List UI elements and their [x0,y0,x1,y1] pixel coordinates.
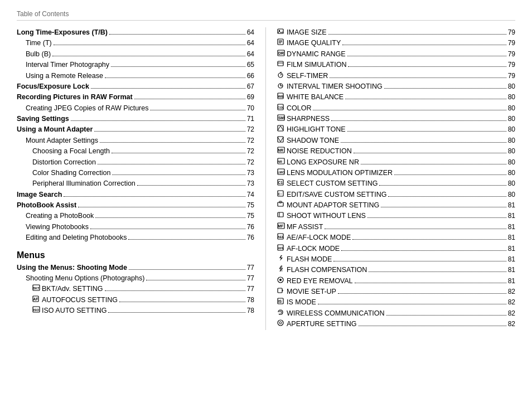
toc-entry-8: Saving Settings71 [17,114,254,124]
entry-text-25: ISO AUTO SETTING [42,306,107,316]
toc-entry-20: AFLAF-LOCK MODE81 [277,244,515,254]
toc-entry-7: COLCOLOR80 [277,103,515,114]
entry-dots-5 [91,88,245,89]
entry-text-5: Focus/Exposure Lock [17,81,89,92]
entry-dots-2 [52,56,245,56]
entry-icon-mv [277,287,285,297]
entry-dots-2 [347,56,506,56]
entry-page-13: 73 [247,168,254,178]
toc-entry-3: FILM SIMULATION79 [277,60,515,70]
toc-entry-6: Recording Pictures in RAW Format69 [17,92,254,103]
toc-entry-10: Mount Adapter Settings72 [17,135,254,146]
entry-dots-15 [388,196,506,197]
svg-text:AF: AF [33,297,38,301]
toc-entry-26: WIRELESS COMMUNICATION82 [277,308,515,319]
entry-dots-16 [78,207,245,207]
toc-entry-18: Viewing Photobooks76 [17,222,254,232]
entry-dots-27 [359,326,506,326]
svg-text:SMP: SMP [278,116,285,120]
entry-icon-wc [277,309,285,318]
entry-text-1: Time (T) [26,38,52,49]
entry-icon-af: AF [32,295,40,305]
entry-text-0: IMAGE SIZE [287,27,327,38]
entry-page-9: 72 [247,124,254,135]
entry-text-9: HIGHLIGHT TONE [287,124,346,135]
entry-page-4: 66 [247,71,254,81]
entry-dots-17 [95,217,245,218]
entry-page-11: 72 [247,146,254,157]
svg-marker-51 [279,255,283,261]
entry-page-22: 81 [508,265,515,275]
entry-dots-5 [384,88,506,89]
entry-page-2: 79 [508,49,515,60]
svg-text:BKT: BKT [33,287,40,290]
entry-page-26: 82 [508,308,515,319]
entry-page-11: 80 [508,146,515,157]
entry-dots-23 [355,283,506,283]
entry-dots-12 [98,164,245,164]
toc-entry-6: WBWHITE BALANCE80 [277,92,515,103]
entry-page-0: 79 [508,27,515,38]
entry-text-22: FLASH COMPENSATION [287,265,367,275]
svg-text:DR: DR [278,51,284,55]
svg-text:C↑: C↑ [278,192,282,196]
entry-dots-0 [328,34,506,35]
entry-icon-bkt: BKT [32,284,40,294]
entry-page-12: 72 [247,157,254,168]
entry-text-13: Color Shading Correction [32,168,110,178]
entry-dots-7 [313,110,506,110]
entry-page-4: 79 [508,71,515,81]
toc-entry-3: Interval Timer Photography65 [17,60,254,70]
entry-text-4: SELF-TIMER [287,71,328,81]
entry-dots-7 [150,110,245,110]
entry-icon-iso: ISO [32,306,40,316]
entry-page-6: 69 [247,92,254,103]
entry-dots-6 [345,99,506,99]
entry-page-3: 79 [508,60,515,70]
entry-page-27: 82 [508,319,515,329]
toc-entry-2: Bulb (B)64 [17,49,254,60]
entry-icon-it [277,82,285,91]
svg-marker-57 [282,289,283,292]
entry-dots-4 [105,77,245,78]
entry-icon-fs [277,60,285,70]
entry-icon-q [277,38,285,48]
entry-icon-ae: AEL [277,233,285,243]
toc-entry-7: Creating JPEG Copies of RAW Pictures70 [17,103,254,114]
entry-icon-nr: NR [277,147,285,156]
entry-page-10: 80 [508,135,515,146]
entry-icon-le: NR [277,158,285,167]
entry-dots-20 [341,250,506,251]
entry-page-24: 78 [247,295,254,306]
toc-entry-13: Color Shading Correction73 [17,168,254,178]
svg-text:COL: COL [278,106,284,109]
toc-entry-16: MOUNT ADAPTOR SETTING81 [277,200,515,211]
entry-text-0: Long Time-Exposures (T/B) [17,27,108,38]
toc-entry-17: Creating a PhotoBook75 [17,211,254,221]
entry-text-8: Saving Settings [17,114,69,124]
entry-dots-4 [330,77,506,78]
entry-dots-8 [71,120,245,121]
entry-icon-wb: WB [277,93,285,102]
entry-icon-ma [277,201,285,210]
svg-rect-14 [278,61,283,66]
toc-entry-18: MFMF ASSIST81 [277,222,515,232]
entry-page-12: 80 [508,157,515,168]
svg-text:AFL: AFL [278,246,284,250]
toc-entry-15: Image Search74 [17,190,254,200]
entry-dots-3 [111,66,245,67]
entry-icon-is: IS [277,298,285,307]
entry-dots-10 [341,142,506,143]
entry-icon-st [277,71,285,81]
toc-entry-25: ISOISO AUTO SETTING78 [17,306,254,316]
entry-dots-26 [386,315,506,316]
svg-text:NR: NR [278,148,284,152]
entry-dots-16 [381,207,506,207]
toc-entry-21: FLASH MODE81 [277,254,515,265]
toc-entry-11: NRNOISE REDUCTION80 [277,146,515,157]
toc-entry-10: SHADOW TONE80 [277,135,515,146]
entry-page-7: 70 [247,103,254,114]
entry-page-23: 77 [247,284,254,294]
entry-page-9: 80 [508,124,515,135]
toc-entry-23: RED EYE REMOVAL81 [277,276,515,287]
